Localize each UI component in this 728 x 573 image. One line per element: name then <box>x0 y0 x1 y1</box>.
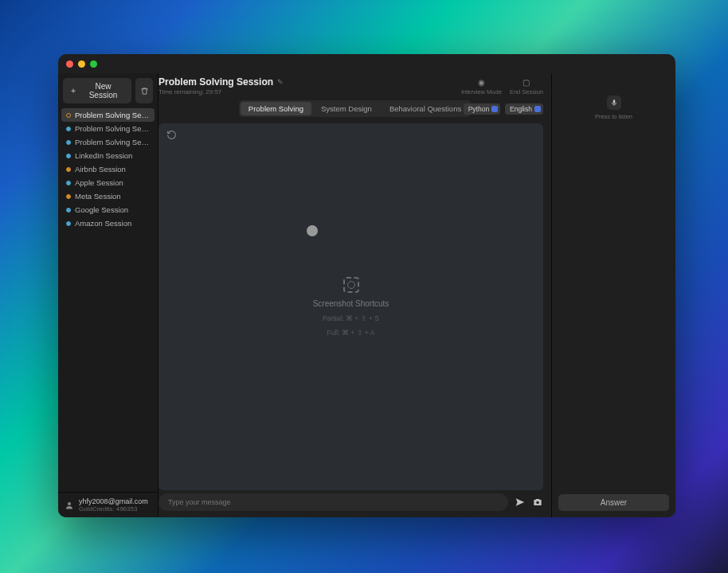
mic-label: Press to listen <box>595 113 632 120</box>
session-status-icon <box>66 127 71 131</box>
empty-state-title: Screenshot Shortcuts <box>313 299 389 308</box>
stop-icon: ▢ <box>523 78 530 87</box>
app-window: ＋ New Session Problem Solving SessionPro… <box>58 54 675 517</box>
app-body: ＋ New Session Problem Solving SessionPro… <box>58 73 675 517</box>
interview-mode-button[interactable]: ◉ Interview Mode <box>461 78 502 96</box>
send-button[interactable] <box>515 497 526 508</box>
new-session-label: New Session <box>81 82 125 99</box>
session-status-icon <box>66 221 71 226</box>
tabs: Problem SolvingSystem DesignBehavioral Q… <box>239 100 471 117</box>
trash-icon <box>140 87 149 96</box>
send-icon <box>515 497 526 508</box>
sidebar-session-item[interactable]: Apple Session <box>61 176 155 189</box>
session-item-label: Google Session <box>75 205 128 214</box>
svg-point-1 <box>536 501 539 505</box>
session-item-label: Meta Session <box>75 192 121 201</box>
sidebar-session-item[interactable]: LinkedIn Session <box>61 149 155 162</box>
close-window-button[interactable] <box>66 60 73 68</box>
sidebar-session-item[interactable]: Problem Solving Session <box>61 135 155 149</box>
user-info: yhfy2008@gmail.com GoldCredits: 496353 <box>79 497 148 513</box>
session-status-icon <box>66 167 71 172</box>
session-item-label: Problem Solving Session (2… <box>75 124 150 133</box>
session-status-icon <box>66 154 71 158</box>
session-item-label: Problem Solving Session <box>75 138 150 146</box>
tab-problem-solving[interactable]: Problem Solving <box>241 102 311 115</box>
plus-icon: ＋ <box>69 85 77 96</box>
svg-rect-2 <box>613 99 615 103</box>
session-item-label: Amazon Session <box>75 219 131 228</box>
titlebar <box>58 54 675 73</box>
header-right: ◉ Interview Mode ▢ End Session <box>461 78 543 96</box>
end-session-button[interactable]: ▢ End Session <box>510 78 543 96</box>
interview-mode-label: Interview Mode <box>461 88 502 96</box>
right-panel: Press to listen Answer <box>551 73 675 517</box>
end-session-label: End Session <box>510 88 543 96</box>
session-item-label: Apple Session <box>75 178 123 187</box>
session-title-row: Problem Solving Session ✎ <box>159 76 461 88</box>
session-status-icon <box>66 140 71 145</box>
mic-area: Press to listen <box>552 73 675 128</box>
user-credits: GoldCredits: 496353 <box>79 505 148 513</box>
sidebar-session-item[interactable]: Amazon Session <box>61 216 155 230</box>
answer-button[interactable]: Answer <box>558 494 669 511</box>
svg-point-0 <box>68 502 71 505</box>
main: Problem Solving Session ✎ Time remaining… <box>159 73 551 517</box>
input-row <box>159 493 543 511</box>
dropdown-row: Python English <box>464 103 543 115</box>
sidebar-session-item[interactable]: Problem Solving Session <box>61 108 155 122</box>
sidebar-session-item[interactable]: Meta Session <box>61 189 155 203</box>
user-icon <box>65 501 74 510</box>
session-item-label: Airbnb Session <box>75 165 126 173</box>
sidebar-session-item[interactable]: Airbnb Session <box>61 162 155 176</box>
user-email: yhfy2008@gmail.com <box>79 497 148 505</box>
message-input[interactable] <box>159 493 508 511</box>
session-item-label: LinkedIn Session <box>75 151 132 160</box>
session-list: Problem Solving SessionProblem Solving S… <box>58 107 158 492</box>
session-status-icon <box>66 194 71 199</box>
tab-system-design[interactable]: System Design <box>313 102 380 115</box>
camera-button[interactable] <box>532 497 543 508</box>
delete-session-button[interactable] <box>135 78 153 103</box>
main-header: Problem Solving Session ✎ Time remaining… <box>159 73 551 97</box>
tabs-row: Problem SolvingSystem DesignBehavioral Q… <box>159 97 551 120</box>
new-session-button[interactable]: ＋ New Session <box>63 78 131 103</box>
sidebar-session-item[interactable]: Problem Solving Session (2… <box>61 122 155 135</box>
sidebar-session-item[interactable]: Google Session <box>61 203 155 216</box>
camera-icon <box>532 497 543 508</box>
eye-icon: ◉ <box>478 78 485 87</box>
refresh-button[interactable] <box>166 130 177 140</box>
right-spacer <box>552 128 675 488</box>
cursor-indicator <box>307 225 318 236</box>
session-status-icon <box>66 208 71 212</box>
session-item-label: Problem Solving Session <box>75 111 150 119</box>
locale-select[interactable]: English <box>505 103 543 115</box>
tab-behavioral-questions[interactable]: Behavioral Questions <box>382 102 469 115</box>
shortcut-full: Full: ⌘ + ⇧ + A <box>327 329 375 337</box>
shortcut-partial: Partial: ⌘ + ⇧ + S <box>323 314 379 322</box>
session-title: Problem Solving Session <box>159 76 273 88</box>
listen-button[interactable] <box>607 96 621 110</box>
minimize-window-button[interactable] <box>78 60 85 68</box>
screenshot-icon <box>343 277 359 293</box>
edit-title-icon[interactable]: ✎ <box>277 78 284 86</box>
maximize-window-button[interactable] <box>90 60 97 68</box>
header-left: Problem Solving Session ✎ Time remaining… <box>159 76 461 96</box>
session-status-icon <box>66 113 71 118</box>
empty-state: Screenshot Shortcuts Partial: ⌘ + ⇧ + S … <box>159 123 543 490</box>
time-remaining: Time remaining: 29:57 <box>159 88 461 96</box>
user-footer: yhfy2008@gmail.com GoldCredits: 496353 <box>58 492 158 517</box>
mic-icon <box>610 99 618 107</box>
language-select[interactable]: Python <box>464 103 500 115</box>
session-status-icon <box>66 181 71 185</box>
refresh-icon <box>166 130 177 140</box>
sidebar-top: ＋ New Session <box>58 73 158 107</box>
content-area: Screenshot Shortcuts Partial: ⌘ + ⇧ + S … <box>159 123 543 490</box>
sidebar: ＋ New Session Problem Solving SessionPro… <box>58 73 159 517</box>
